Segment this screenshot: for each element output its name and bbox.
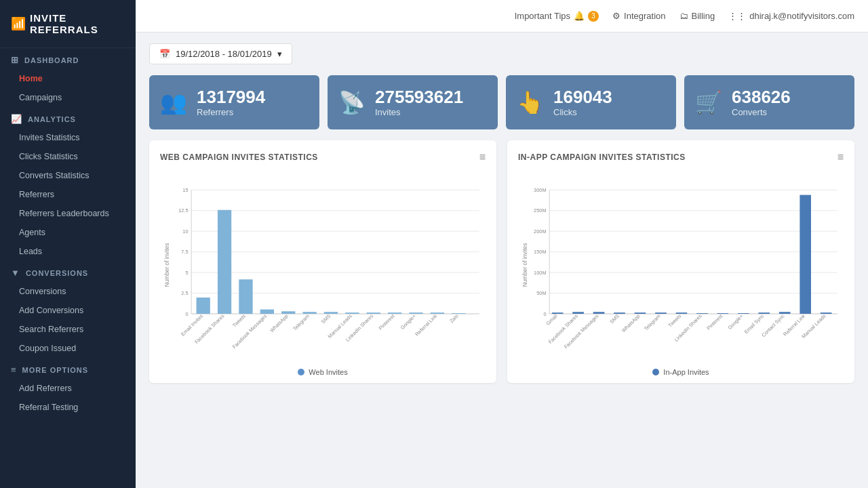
- sidebar-item-agents[interactable]: Agents: [0, 223, 136, 242]
- svg-text:Google+: Google+: [726, 312, 744, 330]
- svg-rect-23: [324, 312, 338, 314]
- sidebar-item-add-conversions[interactable]: Add Conversions: [0, 301, 136, 320]
- important-tips[interactable]: Important Tips 🔔 3: [515, 11, 599, 22]
- svg-text:WhatsApp: WhatsApp: [620, 312, 641, 333]
- tips-badge: 3: [588, 11, 599, 22]
- inapp-legend-dot: [652, 369, 659, 375]
- svg-text:10: 10: [182, 228, 188, 235]
- date-range-text: 19/12/2018 - 18/01/2019: [176, 49, 272, 59]
- web-legend-label: Web Invites: [309, 368, 347, 376]
- svg-text:Telegram: Telegram: [643, 312, 662, 331]
- integration-link[interactable]: ⚙ Integration: [612, 11, 665, 21]
- more-options-icon: ≡: [11, 365, 17, 375]
- section-dashboard: ⊞ DASHBOARD: [0, 48, 136, 69]
- svg-text:50M: 50M: [536, 290, 546, 296]
- analytics-icon: 📈: [11, 114, 22, 124]
- sidebar: 📶 INVITE REFERRALS ⊞ DASHBOARD Home Camp…: [0, 0, 136, 488]
- inapp-chart-title: IN-APP CAMPAIGN INVITES STATISTICS: [518, 152, 686, 162]
- sidebar-item-referral-testing[interactable]: Referral Testing: [0, 398, 136, 417]
- section-conversions: ▼ CONVERSIONS: [0, 261, 136, 282]
- bell-icon: 🔔: [574, 11, 585, 21]
- inapp-legend-label: In-App Invites: [663, 368, 709, 376]
- user-email[interactable]: ⋮⋮ dhiraj.k@notifyvisitors.com: [728, 11, 854, 21]
- clicks-value: 169043: [553, 87, 612, 107]
- inapp-chart-legend: In-App Invites: [518, 368, 844, 376]
- sidebar-item-converts-stats[interactable]: Converts Statistics: [0, 166, 136, 185]
- sidebar-item-campaigns[interactable]: Campaigns: [0, 88, 136, 107]
- converts-value: 638626: [732, 87, 791, 107]
- main-content: Important Tips 🔔 3 ⚙ Integration 🗂 Billi…: [136, 0, 868, 488]
- stat-card-converts: 🛒 638626 Converts: [684, 75, 854, 129]
- stat-cards: 👥 1317994 Referrers 📡 275593621 Invites …: [149, 75, 854, 129]
- section-analytics: 📈 ANALYTICS: [0, 107, 136, 128]
- svg-text:0: 0: [543, 310, 546, 317]
- inapp-chart-header: IN-APP CAMPAIGN INVITES STATISTICS ≡: [518, 151, 844, 163]
- sidebar-item-conversions[interactable]: Conversions: [0, 282, 136, 301]
- dashboard-icon: ⊞: [11, 55, 19, 65]
- sidebar-item-search-referrers[interactable]: Search Referrers: [0, 320, 136, 339]
- svg-text:SMS: SMS: [608, 312, 620, 325]
- svg-text:Gmail: Gmail: [545, 312, 559, 326]
- sidebar-item-invites-stats[interactable]: Invites Statistics: [0, 128, 136, 147]
- billing-icon: 🗂: [679, 11, 688, 21]
- svg-rect-21: [281, 311, 295, 314]
- user-email-text: dhiraj.k@notifyvisitors.com: [749, 11, 854, 21]
- svg-text:Number of invites: Number of invites: [521, 243, 528, 287]
- converts-label: Converts: [732, 107, 791, 117]
- clicks-label: Clicks: [553, 107, 612, 117]
- svg-text:Pinterest: Pinterest: [705, 312, 724, 331]
- stat-card-referrers: 👥 1317994 Referrers: [149, 75, 319, 129]
- svg-text:5: 5: [185, 269, 188, 275]
- sidebar-item-coupon-issued[interactable]: Coupon Issued: [0, 339, 136, 358]
- svg-rect-22: [302, 312, 316, 314]
- gear-icon: ⚙: [612, 11, 620, 21]
- svg-text:0: 0: [185, 310, 188, 317]
- calendar-icon: 📅: [159, 49, 170, 59]
- svg-text:250M: 250M: [534, 207, 546, 214]
- svg-text:Zalo: Zalo: [448, 312, 460, 324]
- inapp-chart-menu-icon[interactable]: ≡: [837, 151, 844, 163]
- date-range-picker[interactable]: 📅 19/12/2018 - 18/01/2019 ▾: [149, 43, 292, 64]
- billing-link[interactable]: 🗂 Billing: [679, 11, 715, 21]
- sidebar-item-clicks-stats[interactable]: Clicks Statistics: [0, 147, 136, 166]
- svg-text:2.5: 2.5: [181, 290, 188, 296]
- svg-rect-20: [260, 309, 274, 313]
- svg-rect-72: [800, 195, 811, 313]
- svg-text:7.5: 7.5: [181, 249, 188, 255]
- sidebar-logo: 📶 INVITE REFERRALS: [0, 0, 136, 48]
- logo-text: INVITE REFERRALS: [30, 12, 125, 35]
- important-tips-label: Important Tips: [515, 11, 570, 21]
- inapp-chart-svg: Number of invites 300M 250M 200M 15: [518, 170, 844, 360]
- sidebar-item-home[interactable]: Home: [0, 69, 136, 88]
- svg-text:Referral Link: Referral Link: [414, 312, 438, 337]
- invites-icon: 📡: [338, 89, 366, 115]
- grid-icon: ⋮⋮: [728, 11, 746, 21]
- sidebar-item-referrers[interactable]: Referrers: [0, 185, 136, 204]
- invites-label: Invites: [375, 107, 463, 117]
- web-chart-svg: Number of invites 15 12.5 10 7.5: [160, 170, 486, 360]
- svg-text:300M: 300M: [534, 187, 546, 193]
- inapp-chart-area: Number of invites 300M 250M 200M 15: [518, 170, 844, 363]
- svg-text:Facebook Messages: Facebook Messages: [563, 312, 600, 350]
- svg-text:200M: 200M: [534, 228, 546, 235]
- svg-rect-18: [218, 209, 231, 313]
- web-chart-header: WEB CAMPAIGN INVITES STATISTICS ≡: [160, 151, 486, 163]
- sidebar-item-leads[interactable]: Leads: [0, 242, 136, 261]
- invites-value: 275593621: [375, 87, 463, 107]
- billing-label: Billing: [692, 11, 715, 21]
- stat-card-invites: 📡 275593621 Invites: [328, 75, 498, 129]
- conversions-icon: ▼: [11, 268, 20, 278]
- charts-row: WEB CAMPAIGN INVITES STATISTICS ≡ Number…: [149, 140, 854, 383]
- referrers-icon: 👥: [160, 89, 187, 115]
- svg-text:Tweets: Tweets: [231, 312, 247, 328]
- section-more-options: ≡ MORE OPTIONS: [0, 358, 136, 379]
- clicks-icon: 👆: [517, 89, 544, 115]
- web-chart-menu-icon[interactable]: ≡: [479, 151, 486, 163]
- svg-text:WhatsApp: WhatsApp: [269, 312, 289, 333]
- sidebar-item-add-referrers[interactable]: Add Referrers: [0, 379, 136, 398]
- chevron-down-icon: ▾: [277, 49, 282, 59]
- referrers-value: 1317994: [197, 87, 265, 107]
- sidebar-item-referrers-leaderboards[interactable]: Referrers Leaderboards: [0, 204, 136, 223]
- integration-label: Integration: [624, 11, 665, 21]
- svg-rect-17: [197, 298, 210, 314]
